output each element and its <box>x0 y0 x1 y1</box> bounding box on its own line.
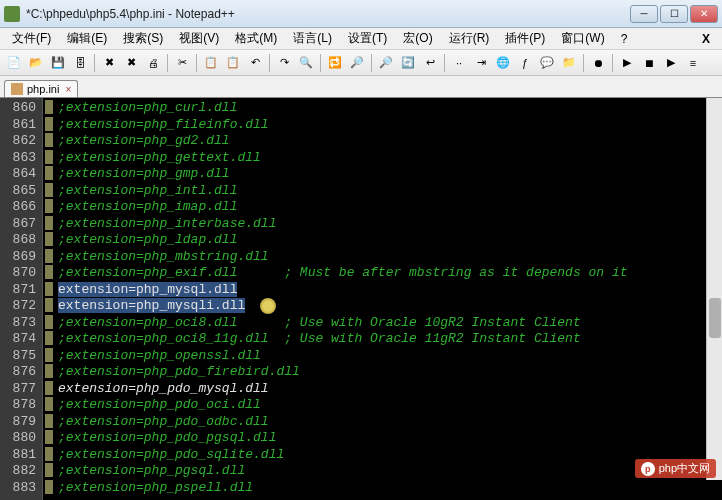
menu-macro[interactable]: 宏(O) <box>395 28 440 49</box>
code-line[interactable]: ;extension=php_exif.dll ; Must be after … <box>58 265 722 282</box>
copy-icon[interactable]: 📋 <box>201 53 221 73</box>
margin-marker <box>45 150 53 164</box>
lang-icon[interactable]: 🌐 <box>493 53 513 73</box>
stop-icon[interactable]: ⏹ <box>639 53 659 73</box>
margin-marker <box>45 117 53 131</box>
margin-marker <box>45 249 53 263</box>
margin-marker <box>45 381 53 395</box>
sync-icon[interactable]: 🔄 <box>398 53 418 73</box>
line-number: 877 <box>0 381 36 398</box>
code-line[interactable]: ;extension=php_pdo_odbc.dll <box>58 414 722 431</box>
print-icon[interactable]: 🖨 <box>143 53 163 73</box>
find-icon[interactable]: 🔍 <box>296 53 316 73</box>
menu-view[interactable]: 视图(V) <box>171 28 227 49</box>
menu-file[interactable]: 文件(F) <box>4 28 59 49</box>
play-icon[interactable]: ▶ <box>617 53 637 73</box>
code-line[interactable]: ;extension=php_fileinfo.dll <box>58 117 722 134</box>
line-number: 871 <box>0 282 36 299</box>
close-icon[interactable]: ✖ <box>99 53 119 73</box>
menu-plugins[interactable]: 插件(P) <box>497 28 553 49</box>
undo-icon[interactable]: ↶ <box>245 53 265 73</box>
comment-icon[interactable]: 💬 <box>537 53 557 73</box>
vertical-scrollbar[interactable] <box>706 98 722 480</box>
zoom-in-icon[interactable]: 🔎 <box>347 53 367 73</box>
code-line[interactable]: ;extension=php_ldap.dll <box>58 232 722 249</box>
wrap-icon[interactable]: ↩ <box>420 53 440 73</box>
editor[interactable]: 8608618628638648658668678688698708718728… <box>0 98 722 500</box>
code-line[interactable]: ;extension=php_pdo_pgsql.dll <box>58 430 722 447</box>
close-all-icon[interactable]: ✖ <box>121 53 141 73</box>
code-line[interactable]: ;extension=php_pdo_sqlite.dll <box>58 447 722 464</box>
code-line[interactable]: ;extension=php_intl.dll <box>58 183 722 200</box>
redo-icon[interactable]: ↷ <box>274 53 294 73</box>
code-line[interactable]: ;extension=php_interbase.dll <box>58 216 722 233</box>
margin-marker <box>45 348 53 362</box>
window-title: *C:\phpedu\php5.4\php.ini - Notepad++ <box>26 7 630 21</box>
line-number: 872 <box>0 298 36 315</box>
margin-marker <box>45 331 53 345</box>
func-icon[interactable]: ƒ <box>515 53 535 73</box>
code-line[interactable]: ;extension=php_pdo_oci.dll <box>58 397 722 414</box>
scrollbar-thumb[interactable] <box>709 298 721 338</box>
line-number: 860 <box>0 100 36 117</box>
menu-edit[interactable]: 编辑(E) <box>59 28 115 49</box>
code-area[interactable]: ;extension=php_curl.dll;extension=php_fi… <box>54 98 722 500</box>
zoom-out-icon[interactable]: 🔎 <box>376 53 396 73</box>
menu-search[interactable]: 搜索(S) <box>115 28 171 49</box>
code-line[interactable]: extension=php_mysqli.dll <box>58 298 722 315</box>
code-line[interactable]: ;extension=php_gmp.dll <box>58 166 722 183</box>
code-line[interactable]: ;extension=php_mbstring.dll <box>58 249 722 266</box>
maximize-button[interactable]: ☐ <box>660 5 688 23</box>
menu-format[interactable]: 格式(M) <box>227 28 285 49</box>
margin-marker <box>45 480 53 494</box>
file-icon <box>11 83 23 95</box>
code-line[interactable]: ;extension=php_openssl.dll <box>58 348 722 365</box>
menubar-close-icon[interactable]: X <box>694 32 718 46</box>
margin-marker <box>45 298 53 312</box>
code-line[interactable]: ;extension=php_curl.dll <box>58 100 722 117</box>
paste-icon[interactable]: 📋 <box>223 53 243 73</box>
menu-help[interactable]: ? <box>613 30 636 48</box>
save-all-icon[interactable]: 🗄 <box>70 53 90 73</box>
open-icon[interactable]: 📂 <box>26 53 46 73</box>
code-line[interactable]: extension=php_mysql.dll <box>58 282 722 299</box>
replace-icon[interactable]: 🔁 <box>325 53 345 73</box>
save-icon[interactable]: 💾 <box>48 53 68 73</box>
margin-marker <box>45 166 53 180</box>
margin-marker <box>45 216 53 230</box>
toolbar-separator <box>612 54 613 72</box>
toolbar-separator <box>583 54 584 72</box>
close-button[interactable]: ✕ <box>690 5 718 23</box>
toolbar-separator <box>444 54 445 72</box>
indent-icon[interactable]: ⇥ <box>471 53 491 73</box>
menu-settings[interactable]: 设置(T) <box>340 28 395 49</box>
code-line[interactable]: ;extension=php_gettext.dll <box>58 150 722 167</box>
code-line[interactable]: ;extension=php_imap.dll <box>58 199 722 216</box>
play2-icon[interactable]: ▶ <box>661 53 681 73</box>
tab-close-icon[interactable]: × <box>65 84 71 95</box>
code-line[interactable]: ;extension=php_pdo_firebird.dll <box>58 364 722 381</box>
code-line[interactable]: ;extension=php_pspell.dll <box>58 480 722 497</box>
code-line[interactable]: ;extension=php_oci8.dll ; Use with Oracl… <box>58 315 722 332</box>
margin-marker <box>45 133 53 147</box>
margin-marker <box>45 282 53 296</box>
cut-icon[interactable]: ✂ <box>172 53 192 73</box>
new-icon[interactable]: 📄 <box>4 53 24 73</box>
code-line[interactable]: ;extension=php_gd2.dll <box>58 133 722 150</box>
margin-marker <box>45 265 53 279</box>
list-icon[interactable]: ≡ <box>683 53 703 73</box>
watermark: p php中文网 <box>635 459 716 478</box>
code-line[interactable]: ;extension=php_oci8_11g.dll ; Use with O… <box>58 331 722 348</box>
ws-icon[interactable]: ·· <box>449 53 469 73</box>
minimize-button[interactable]: ─ <box>630 5 658 23</box>
code-line[interactable]: extension=php_pdo_mysql.dll <box>58 381 722 398</box>
cursor-indicator-icon <box>260 298 276 314</box>
code-line[interactable]: ;extension=php_pgsql.dll <box>58 463 722 480</box>
menu-window[interactable]: 窗口(W) <box>553 28 612 49</box>
menu-run[interactable]: 运行(R) <box>441 28 498 49</box>
menu-language[interactable]: 语言(L) <box>285 28 340 49</box>
tab-php-ini[interactable]: php.ini × <box>4 80 78 97</box>
rec-icon[interactable]: ⏺ <box>588 53 608 73</box>
fold-margin <box>42 98 54 500</box>
folder-icon[interactable]: 📁 <box>559 53 579 73</box>
